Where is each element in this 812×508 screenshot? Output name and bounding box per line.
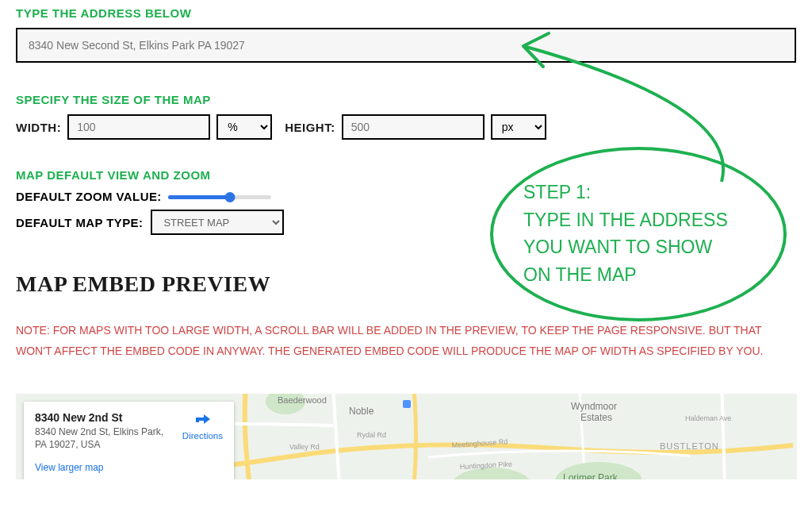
view-zoom-label: MAP DEFAULT VIEW AND ZOOM — [16, 168, 796, 182]
svg-text:Lorimer Park: Lorimer Park — [563, 472, 619, 479]
zoom-slider[interactable] — [168, 191, 271, 202]
svg-text:Baederwood: Baederwood — [278, 395, 327, 405]
svg-rect-5 — [403, 400, 411, 408]
svg-text:Rydal Rd: Rydal Rd — [357, 431, 386, 439]
svg-text:Wyndmoor: Wyndmoor — [571, 401, 617, 412]
map-embed-preview-heading: MAP EMBED PREVIEW — [16, 271, 796, 297]
svg-text:Estates: Estates — [580, 412, 612, 423]
map-card-sub: 8340 New 2nd St, Elkins Park, PA 19027, … — [35, 425, 174, 451]
default-zoom-label: DEFAULT ZOOM VALUE: — [16, 190, 162, 203]
map-type-select[interactable]: STREET MAP — [151, 210, 284, 235]
svg-text:BUSTLETON: BUSTLETON — [660, 441, 719, 451]
height-label: HEIGHT: — [285, 121, 335, 134]
map-info-card: 8340 New 2nd St 8340 New 2nd St, Elkins … — [24, 402, 234, 479]
address-input[interactable] — [16, 28, 796, 63]
note-text: NOTE: FOR MAPS WITH TOO LARGE WIDTH, A S… — [16, 321, 785, 362]
svg-text:Valley Rd: Valley Rd — [289, 443, 320, 451]
map-card-title: 8340 New 2nd St — [35, 411, 174, 424]
view-larger-map-link[interactable]: View larger map — [35, 462, 223, 473]
width-label: WIDTH: — [16, 121, 61, 134]
specify-size-label: SPECIFY THE SIZE OF THE MAP — [16, 93, 796, 106]
type-address-label: TYPE THE ADDRESS BELOW — [16, 6, 796, 20]
directions-button[interactable]: Directions — [182, 411, 223, 451]
height-input[interactable] — [342, 114, 485, 140]
height-unit-select[interactable]: px — [491, 114, 546, 140]
width-unit-select[interactable]: % — [216, 114, 272, 140]
svg-text:Haldeman Ave: Haldeman Ave — [685, 414, 731, 422]
width-input[interactable] — [67, 114, 210, 140]
svg-text:Noble: Noble — [349, 406, 374, 417]
default-map-type-label: DEFAULT MAP TYPE: — [16, 216, 143, 229]
directions-icon — [193, 411, 212, 430]
map-preview[interactable]: Baederwood Noble Wyndmoor Estates BUSTLE… — [16, 394, 797, 479]
